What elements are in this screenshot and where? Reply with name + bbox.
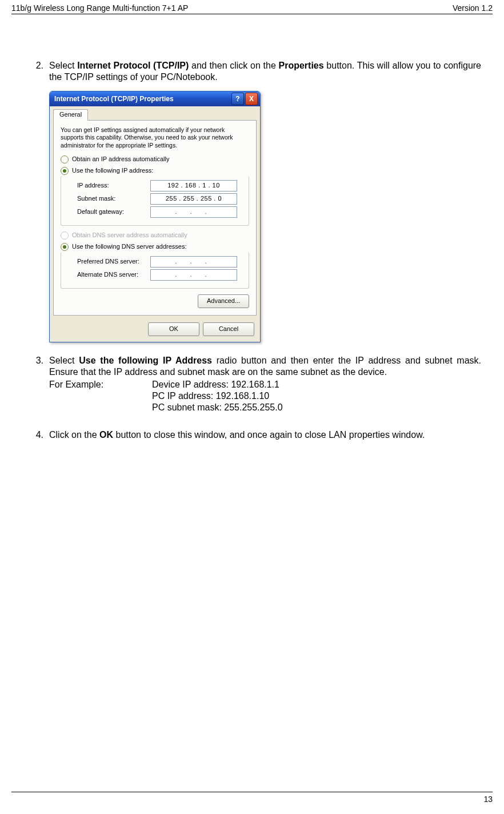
- input-ip-address[interactable]: 192 . 168 . 1 . 10: [150, 180, 237, 191]
- radio-obtain-ip[interactable]: Obtain an IP address automatically: [61, 155, 249, 163]
- dialog-title: Internet Protocol (TCP/IP) Properties: [54, 95, 174, 103]
- step-3: 3. Select Use the following IP Address r…: [23, 355, 481, 413]
- ok-button[interactable]: OK: [148, 322, 199, 336]
- label-default-gateway: Default gateway:: [77, 208, 150, 216]
- example-pc-mask: PC subnet mask: 255.255.255.0: [152, 402, 481, 413]
- ip-group: IP address: 192 . 168 . 1 . 10 Subnet ma…: [61, 176, 249, 226]
- label-ip-address: IP address:: [77, 182, 150, 190]
- cancel-button[interactable]: Cancel: [203, 322, 254, 336]
- label-subnet-mask: Subnet mask:: [77, 195, 150, 203]
- help-button[interactable]: ?: [231, 93, 244, 105]
- step-3-number: 3.: [23, 355, 49, 413]
- tab-panel: You can get IP settings assigned automat…: [53, 120, 257, 316]
- step-4-number: 4.: [23, 429, 49, 441]
- tab-general[interactable]: General: [53, 109, 88, 121]
- step-3-text: Select Use the following IP Address radi…: [49, 355, 481, 413]
- page-number: 13: [11, 795, 493, 804]
- example-pc-ip: PC IP address: 192.168.1.10: [152, 390, 481, 402]
- radio-icon: [61, 232, 69, 240]
- radio-obtain-dns: Obtain DNS server address automatically: [61, 232, 249, 240]
- advanced-button[interactable]: Advanced...: [198, 294, 249, 308]
- label-preferred-dns: Preferred DNS server:: [77, 258, 150, 266]
- header-left: 11b/g Wireless Long Range Multi-function…: [11, 3, 188, 13]
- header-right: Version 1.2: [453, 3, 493, 13]
- dialog-titlebar: Internet Protocol (TCP/IP) Properties ? …: [50, 91, 260, 106]
- dialog-description: You can get IP settings assigned automat…: [61, 126, 249, 150]
- example-device-ip: Device IP address: 192.168.1.1: [152, 379, 481, 390]
- radio-use-dns[interactable]: Use the following DNS server addresses:: [61, 243, 249, 251]
- step-2-text: Select Internet Protocol (TCP/IP) and th…: [49, 60, 481, 83]
- radio-icon: [61, 243, 69, 251]
- input-default-gateway[interactable]: . . .: [150, 206, 237, 218]
- step-2: 2. Select Internet Protocol (TCP/IP) and…: [23, 60, 481, 83]
- input-subnet-mask[interactable]: 255 . 255 . 255 . 0: [150, 193, 237, 205]
- close-button[interactable]: X: [245, 93, 258, 105]
- step-4: 4. Click on the OK button to close this …: [23, 429, 481, 441]
- dns-group: Preferred DNS server: . . . Alternate DN…: [61, 252, 249, 289]
- tcpip-dialog-screenshot: Internet Protocol (TCP/IP) Properties ? …: [49, 91, 481, 342]
- radio-use-ip[interactable]: Use the following IP address:: [61, 167, 249, 175]
- input-alternate-dns[interactable]: . . .: [150, 269, 237, 281]
- radio-icon: [61, 167, 69, 175]
- step-4-text: Click on the OK button to close this win…: [49, 429, 481, 441]
- footer-rule: [11, 792, 493, 792]
- step-2-number: 2.: [23, 60, 49, 83]
- radio-icon: [61, 155, 69, 163]
- example-label: For Example:: [49, 379, 152, 390]
- label-alternate-dns: Alternate DNS server:: [77, 271, 150, 279]
- input-preferred-dns[interactable]: . . .: [150, 256, 237, 268]
